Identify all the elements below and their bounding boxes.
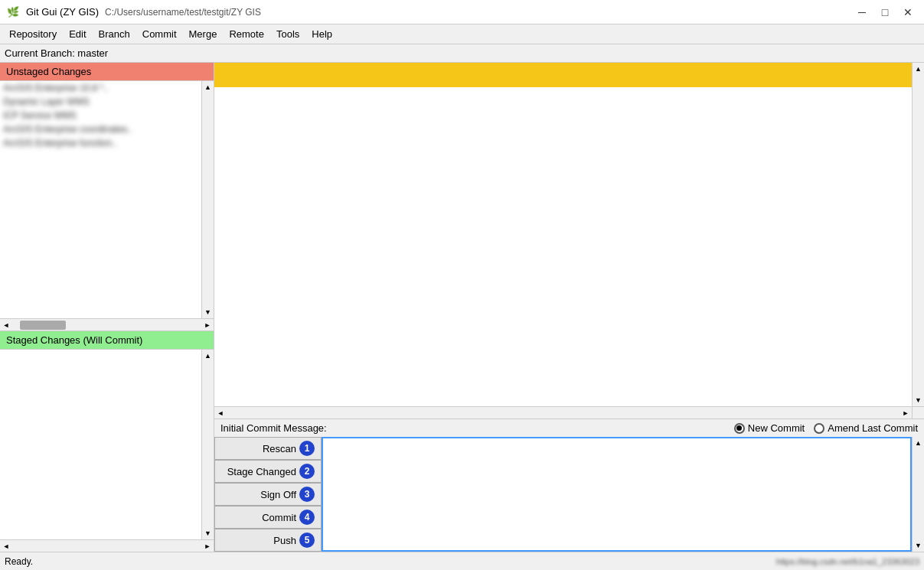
diff-vscroll-thumb bbox=[913, 75, 924, 394]
menu-item-tools[interactable]: Tools bbox=[270, 27, 305, 41]
commit-vscroll-thumb bbox=[913, 449, 924, 539]
close-button[interactable]: ✕ bbox=[898, 4, 918, 21]
unstaged-file-item[interactable]: ICP Service WMS bbox=[0, 109, 201, 122]
right-panel: ▲ ▼ ◄ ► Initial Commit Message: New Comm… bbox=[214, 63, 924, 552]
hscroll-thumb-area bbox=[12, 319, 201, 331]
current-branch-label: Current Branch: master bbox=[5, 47, 108, 59]
diff-vscrollbar[interactable]: ▲ ▼ bbox=[912, 63, 924, 406]
status-url: https://blog.csdn.net/b1na1_23363023 bbox=[776, 557, 919, 566]
unstaged-file-list: ArcGIS Enterprise 10.8 *..Dynamic Layer … bbox=[0, 81, 214, 150]
scroll-thumb-area bbox=[202, 93, 214, 306]
scroll-up-arrow[interactable]: ▲ bbox=[202, 81, 214, 93]
staged-hscroll-area bbox=[12, 540, 201, 552]
unstaged-hscrollbar[interactable]: ◄ ► bbox=[0, 318, 214, 331]
action-btn-rescan[interactable]: Rescan1 bbox=[214, 437, 322, 460]
unstaged-section: Unstaged Changes ArcGIS Enterprise 10.8 … bbox=[0, 63, 214, 331]
diff-hscroll-left[interactable]: ◄ bbox=[214, 407, 227, 419]
unstaged-vscrollbar[interactable]: ▲ ▼ bbox=[201, 81, 214, 318]
action-buttons: Rescan1Stage Changed2Sign Off3Commit4Pus… bbox=[214, 437, 322, 552]
new-commit-radio[interactable]: New Commit bbox=[734, 422, 805, 434]
unstaged-file-item[interactable]: Dynamic Layer WMS bbox=[0, 95, 201, 109]
staged-hscroll-left[interactable]: ◄ bbox=[0, 540, 12, 552]
new-commit-label: New Commit bbox=[748, 422, 805, 434]
unstaged-file-item[interactable]: ArcGIS Enterprise function.. bbox=[0, 136, 201, 150]
action-btn-stage-changed[interactable]: Stage Changed2 bbox=[214, 460, 322, 483]
amend-commit-radio[interactable]: Amend Last Commit bbox=[814, 422, 918, 434]
new-commit-radio-circle bbox=[734, 423, 745, 434]
btn-label: Commit bbox=[262, 512, 296, 523]
commit-header-row: Initial Commit Message: New Commit Amend… bbox=[214, 419, 924, 437]
menu-item-edit[interactable]: Edit bbox=[63, 27, 92, 41]
hscroll-left-arrow[interactable]: ◄ bbox=[0, 319, 12, 331]
menu-item-commit[interactable]: Commit bbox=[136, 27, 183, 41]
staged-section: Staged Changes (Will Commit) ▲ ▼ ◄ ► bbox=[0, 331, 214, 552]
commit-message-input[interactable] bbox=[323, 438, 910, 550]
btn-label: Rescan bbox=[263, 443, 296, 454]
action-btn-push[interactable]: Push5 bbox=[214, 529, 322, 552]
scroll-down-arrow[interactable]: ▼ bbox=[202, 306, 214, 318]
menu-item-remote[interactable]: Remote bbox=[223, 27, 270, 41]
unstaged-file-item[interactable]: ArcGIS Enterprise 10.8 *.. bbox=[0, 81, 201, 95]
menu-item-help[interactable]: Help bbox=[305, 27, 338, 41]
commit-vscrollbar[interactable]: ▲ ▼ bbox=[912, 437, 924, 552]
status-text: Ready. bbox=[5, 556, 33, 567]
commit-scroll-down[interactable]: ▼ bbox=[913, 539, 925, 552]
maximize-button[interactable]: □ bbox=[875, 4, 895, 21]
menu-bar: RepositoryEditBranchCommitMergeRemoteToo… bbox=[0, 24, 924, 44]
staged-vscrollbar[interactable]: ▲ ▼ bbox=[201, 350, 214, 539]
hscroll-thumb bbox=[20, 321, 66, 330]
diff-scroll-up[interactable]: ▲ bbox=[913, 63, 925, 75]
diff-area: ▲ ▼ ◄ ► bbox=[214, 63, 924, 419]
commit-message-area: Rescan1Stage Changed2Sign Off3Commit4Pus… bbox=[214, 437, 924, 552]
btn-label: Sign Off bbox=[260, 489, 296, 500]
btn-badge-2: 2 bbox=[299, 464, 315, 479]
staged-header: Staged Changes (Will Commit) bbox=[0, 331, 214, 350]
btn-badge-3: 3 bbox=[299, 487, 315, 502]
diff-hscroll-area bbox=[227, 407, 900, 419]
amend-commit-label: Amend Last Commit bbox=[828, 422, 918, 434]
menu-item-merge[interactable]: Merge bbox=[183, 27, 224, 41]
commit-section: Initial Commit Message: New Commit Amend… bbox=[214, 419, 924, 552]
staged-scroll-thumb bbox=[202, 362, 214, 527]
git-icon: 🌿 bbox=[6, 5, 20, 19]
staged-files-area: ▲ ▼ bbox=[0, 350, 214, 539]
action-btn-sign-off[interactable]: Sign Off3 bbox=[214, 483, 322, 506]
amend-commit-radio-circle bbox=[814, 423, 824, 434]
action-btn-commit[interactable]: Commit4 bbox=[214, 506, 322, 529]
btn-badge-4: 4 bbox=[299, 510, 315, 525]
menu-item-branch[interactable]: Branch bbox=[93, 27, 136, 41]
diff-content bbox=[214, 63, 912, 406]
diff-highlight-bar bbox=[214, 63, 912, 87]
status-bar: Ready. https://blog.csdn.net/b1na1_23363… bbox=[0, 552, 924, 570]
app-title: Git Gui (ZY GIS) bbox=[26, 6, 99, 18]
commit-scroll-up[interactable]: ▲ bbox=[913, 437, 925, 449]
title-bar-left: 🌿 Git Gui (ZY GIS) C:/Users/username/tes… bbox=[6, 5, 261, 19]
unstaged-file-item[interactable]: ArcGIS Enterprise coordinates.. bbox=[0, 122, 201, 136]
title-bar: 🌿 Git Gui (ZY GIS) C:/Users/username/tes… bbox=[0, 0, 924, 24]
staged-hscroll-right[interactable]: ► bbox=[201, 540, 214, 552]
unstaged-header: Unstaged Changes bbox=[0, 63, 214, 81]
left-panel: Unstaged Changes ArcGIS Enterprise 10.8 … bbox=[0, 63, 214, 552]
menu-item-repository[interactable]: Repository bbox=[3, 27, 63, 41]
commit-message-label: Initial Commit Message: bbox=[220, 422, 327, 434]
diff-scroll-corner bbox=[912, 406, 924, 419]
btn-label: Stage Changed bbox=[227, 466, 296, 477]
diff-hscrollbar[interactable]: ◄ ► bbox=[214, 406, 912, 419]
unstaged-files-area: ArcGIS Enterprise 10.8 *..Dynamic Layer … bbox=[0, 81, 214, 318]
staged-scroll-down[interactable]: ▼ bbox=[202, 527, 214, 539]
btn-label: Push bbox=[273, 535, 296, 546]
commit-textarea-container bbox=[322, 437, 912, 552]
main-content: Unstaged Changes ArcGIS Enterprise 10.8 … bbox=[0, 63, 924, 552]
staged-scroll-up[interactable]: ▲ bbox=[202, 350, 214, 362]
diff-hscroll-right[interactable]: ► bbox=[900, 407, 912, 419]
btn-badge-1: 1 bbox=[299, 441, 315, 456]
repo-path: C:/Users/username/test/testgit/ZY GIS bbox=[105, 7, 261, 18]
hscroll-right-arrow[interactable]: ► bbox=[201, 319, 214, 331]
commit-options: New Commit Amend Last Commit bbox=[734, 422, 918, 434]
diff-scroll-down[interactable]: ▼ bbox=[913, 394, 925, 406]
staged-hscrollbar[interactable]: ◄ ► bbox=[0, 539, 214, 552]
minimize-button[interactable]: ─ bbox=[852, 4, 872, 21]
branch-bar: Current Branch: master bbox=[0, 44, 924, 63]
window-controls: ─ □ ✕ bbox=[852, 4, 918, 21]
btn-badge-5: 5 bbox=[299, 533, 315, 548]
